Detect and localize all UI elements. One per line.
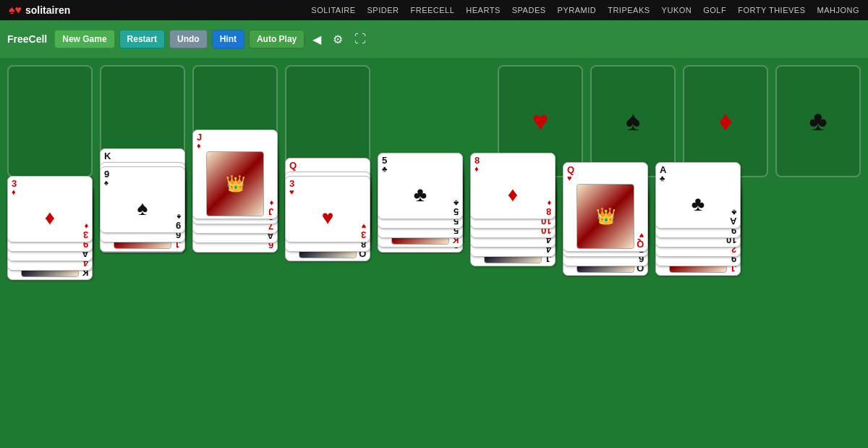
free-cell-0[interactable] — [7, 65, 93, 177]
settings-button[interactable]: ⚙ — [329, 30, 346, 48]
column-7: J ♦ 👑 J ♦ 9 ♣ ♣ 9 — [655, 186, 741, 229]
undo-button[interactable]: Undo — [169, 30, 208, 48]
foundation-1[interactable]: ♠ — [590, 65, 676, 177]
card-0-6[interactable]: 3 ♦ ♦ 3 ♦ — [7, 176, 93, 242]
card-2-6[interactable]: J ♦ 👑 J ♦ — [192, 130, 278, 219]
nav-link-golf[interactable]: GOLF — [703, 6, 726, 14]
column-5: 10 ♣ ♣ 10 ♣ J ♠ 👑 — [470, 186, 556, 219]
logo: ♠♥ solitairen — [9, 4, 70, 17]
nav-link-freecell[interactable]: FREECELL — [410, 6, 454, 14]
nav-link-solitaire[interactable]: SOLITAIRE — [311, 6, 355, 14]
nav-link-spider[interactable]: SPIDER — [367, 6, 399, 14]
column-3: 7 ♠ ♠ 7 ♠ 8 ♣ ♣ 8 ♣ — [285, 186, 370, 242]
autoplay-button[interactable]: Auto Play — [249, 30, 305, 48]
volume-button[interactable]: ◀ — [309, 30, 325, 48]
nav-link-spades[interactable]: SPADES — [512, 6, 546, 14]
logo-icon: ♠♥ — [9, 4, 22, 17]
restart-button[interactable]: Restart — [119, 30, 165, 48]
hint-button[interactable]: Hint — [212, 30, 244, 48]
columns-row: 9 ♥ ♥ 9 ♥ K ♥ 👑 K — [7, 186, 861, 252]
column-4: 3 ♠ ♠ 3 ♠ 2 ♦ ♦ 2 ♦ — [378, 186, 463, 219]
column-2: 6 ♦ ♦ 6 ♦ A ♠ ♠ A ♠ — [192, 186, 278, 219]
card-5-6[interactable]: 8 ♦ ♦ 8 ♦ — [470, 153, 556, 219]
column-0: 9 ♥ ♥ 9 ♥ K ♥ 👑 K — [7, 186, 93, 242]
foundation-2[interactable]: ♦ — [683, 65, 768, 177]
card-7-5[interactable]: A ♣ ♣ A ♣ — [655, 162, 741, 229]
nav-link-hearts[interactable]: HEARTS — [466, 6, 500, 14]
fullscreen-button[interactable]: ⛶ — [351, 30, 370, 48]
card-6-5[interactable]: Q ♥ 👑 Q ♥ — [563, 162, 648, 252]
nav-links: SOLITAIRESPIDERFREECELLHEARTSSPADESPYRAM… — [311, 6, 859, 14]
column-6: Q ♣ 👑 Q ♣ 6 ♣ ♣ 6 — [563, 186, 648, 252]
game-label: FreeCell — [7, 33, 47, 45]
nav-link-tripeaks[interactable]: TRIPEAKS — [608, 6, 650, 14]
logo-text: solitairen — [25, 4, 70, 16]
foundation-3[interactable]: ♣ — [775, 65, 861, 177]
column-1: 8 ♥ ♥ 8 ♥ 6 ♦ ♦ 6 ♦ — [100, 186, 185, 233]
nav-link-fortythieves[interactable]: FORTY THIEVES — [738, 6, 805, 14]
card-4-6[interactable]: 5 ♣ ♣ 5 ♣ — [378, 153, 463, 219]
card-1-7[interactable]: 9 ♠ ♠ 9 ♠ — [100, 166, 185, 233]
game-area: ♥♠♦♣ 9 ♥ ♥ 9 ♥ K ♥ 👑 — [0, 58, 868, 448]
nav-link-pyramid[interactable]: PYRAMID — [558, 6, 597, 14]
toolbar: FreeCell New Game Restart Undo Hint Auto… — [0, 20, 868, 58]
nav-link-yukon[interactable]: YUKON — [662, 6, 692, 14]
nav-link-mahjong[interactable]: MAHJONG — [817, 6, 860, 14]
new-game-button[interactable]: New Game — [54, 30, 114, 48]
top-nav: ♠♥ solitairen SOLITAIRESPIDERFREECELLHEA… — [0, 0, 868, 20]
card-3-6[interactable]: 3 ♥ ♥ 3 ♥ — [285, 176, 370, 242]
